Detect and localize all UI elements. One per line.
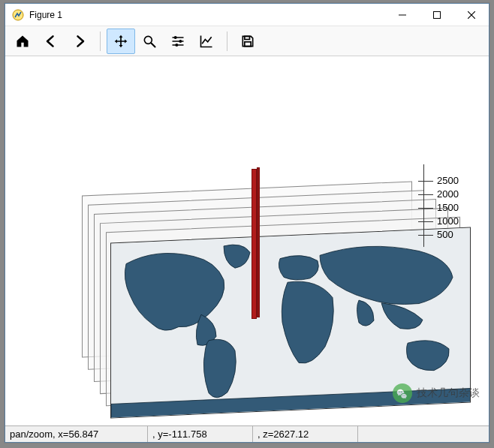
z-tick: [418, 181, 433, 182]
status-z: , z=2627.12: [253, 426, 358, 442]
close-button[interactable]: [454, 4, 489, 26]
figure-window: Figure 1: [5, 3, 489, 443]
z-tick: [418, 235, 433, 236]
home-button[interactable]: [8, 29, 37, 54]
svg-point-3: [174, 36, 177, 39]
save-button[interactable]: [233, 29, 262, 54]
z-tick-label: 500: [437, 229, 453, 240]
titlebar: Figure 1: [5, 4, 489, 26]
svg-rect-1: [434, 11, 441, 18]
svg-rect-7: [245, 41, 251, 46]
zoom-button[interactable]: [135, 29, 164, 54]
status-mode-x: pan/zoom, x=56.847: [5, 426, 148, 442]
plot-canvas[interactable]: 500 1000 1500 2000 2500 技术几句杂谈: [5, 56, 489, 425]
z-tick: [418, 208, 433, 209]
app-icon: [11, 8, 25, 22]
data-bar-side: [257, 167, 260, 317]
toolbar-separator: [227, 32, 227, 51]
axes3d: 500 1000 1500 2000 2500: [65, 101, 441, 416]
z-tick-label: 2000: [437, 188, 459, 200]
status-y: , y=-111.758: [148, 426, 253, 442]
world-map-plane: [110, 227, 471, 419]
window-title: Figure 1: [29, 10, 62, 20]
z-tick-label: 1500: [437, 202, 459, 213]
world-map-svg: [111, 227, 471, 418]
maximize-button[interactable]: [420, 4, 454, 26]
z-tick: [418, 221, 433, 222]
z-tick-label: 1000: [437, 215, 459, 227]
minimize-button[interactable]: [385, 4, 420, 26]
edit-axes-button[interactable]: [192, 29, 221, 54]
statusbar: pan/zoom, x=56.847 , y=-111.758 , z=2627…: [5, 425, 489, 442]
z-tick: [418, 194, 433, 195]
configure-subplots-button[interactable]: [164, 29, 192, 54]
toolbar: [5, 26, 489, 56]
forward-button[interactable]: [65, 29, 94, 54]
back-button[interactable]: [37, 29, 65, 54]
data-bar: [252, 169, 257, 319]
svg-point-5: [175, 44, 178, 47]
svg-point-4: [179, 40, 182, 43]
pan-button[interactable]: [107, 29, 135, 54]
toolbar-separator: [100, 32, 101, 51]
z-tick-label: 2500: [437, 175, 459, 186]
svg-rect-6: [245, 36, 250, 39]
